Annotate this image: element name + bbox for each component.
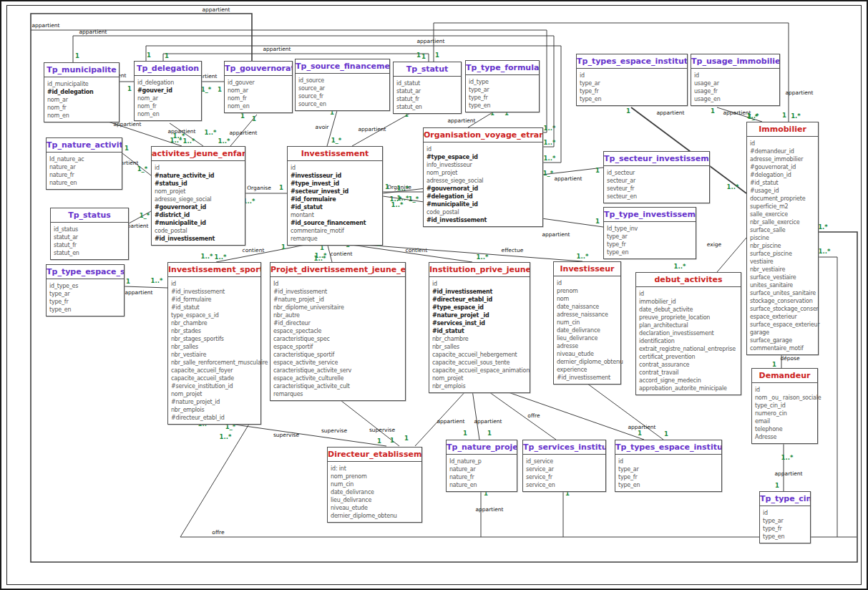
attribute: surface_unites_sanitaire xyxy=(750,289,816,297)
entity-tp-source-financement: Tp_source_financementid_sourcesource_ars… xyxy=(295,59,390,111)
attribute: superficie_m2 xyxy=(750,203,816,211)
entity-attributes: id#demandeur_idadresse_immobilier#gouver… xyxy=(747,137,818,354)
attribute: date_delivrance xyxy=(557,327,618,334)
attribute: unites_sanitaire xyxy=(750,281,816,289)
attribute: nom_en xyxy=(47,112,117,120)
attribute: nom xyxy=(557,295,618,303)
attribute: capacite_accueil_foyer xyxy=(171,367,258,374)
attribute: nom_en xyxy=(137,110,199,118)
attribute: #delegation_id xyxy=(426,193,540,200)
attribute: nature_en xyxy=(449,481,515,489)
attribute: sevteur_fr xyxy=(607,185,707,193)
attribute: #investisseur_id xyxy=(291,172,380,180)
attribute: nature_en xyxy=(49,179,120,187)
attribute: type_fr xyxy=(469,94,537,102)
attribute: statut_en xyxy=(54,249,126,257)
attribute: id_type_es xyxy=(49,282,122,290)
entity-tp-delegation: Tp_delegationid_delegation#gouver_idnom_… xyxy=(134,61,202,121)
attribute: caracteristique_activite_cult xyxy=(273,382,403,390)
attribute: #id_investissement xyxy=(432,288,527,296)
entity-tp-statut: Tp_statutid_statutstatut_arstatut_frstat… xyxy=(393,62,462,114)
attribute: type_ar xyxy=(469,86,537,94)
attribute: commentaire_motif xyxy=(750,344,816,352)
attribute: id xyxy=(291,164,380,172)
entity-attributes: Id_type_invtype_artype_frtype_en xyxy=(604,222,696,258)
attribute: identification xyxy=(639,337,738,345)
entity-tp-secteur-investissement: Tp_secteur_investissementid_secteursecte… xyxy=(603,151,710,203)
attribute: nbr_vestiaire xyxy=(171,351,258,359)
attribute: capacite_accueil_espace_animation xyxy=(432,367,527,374)
entity-title-tp-status: Tp_status xyxy=(51,208,128,223)
entity-title-tp-type-investissement: Tp_type_investissement xyxy=(604,208,696,222)
attribute: id: int xyxy=(331,465,419,473)
entity-attributes: id_typetype_artype_frtype_en xyxy=(466,75,539,112)
attribute: vestiaire xyxy=(750,258,816,266)
attribute: surface_vestiaire xyxy=(750,274,816,281)
entity-tp-nature-projet: Tp_nature_projetId_nature_pnature_arnatu… xyxy=(446,440,517,492)
attribute: salle_exercice xyxy=(750,211,816,218)
attribute: #demandeur_id xyxy=(750,148,816,155)
attribute: nbr_vestiaire xyxy=(750,266,816,274)
attribute: surface_espace_exterieur xyxy=(750,321,816,329)
attribute: commentaire_motif xyxy=(291,227,380,235)
entity-tables-layer: Tp_municipaliteid_municipalite#id_delega… xyxy=(1,1,868,590)
attribute: #id_investissement xyxy=(557,374,618,382)
attribute: #gouvernorat_id xyxy=(426,185,540,193)
attribute: nbr_stages_sportifs xyxy=(171,335,258,343)
attribute: garage xyxy=(750,329,816,337)
attribute: statut_fr xyxy=(396,95,459,103)
attribute: type_ar xyxy=(49,290,122,298)
attribute: plan_architectural xyxy=(639,321,738,329)
entity-title-tp-gouvernorat: Tp_gouvernorat xyxy=(225,62,292,76)
entity-title-tp-delegation: Tp_delegation xyxy=(135,62,201,76)
entity-title-tp-municipalite: Tp_municipalite xyxy=(44,63,119,77)
attribute: #id_delegation xyxy=(47,88,117,96)
entity-attributes: id#nature_activite_id#status_idnom_proje… xyxy=(152,161,245,245)
attribute: Id_type_inv xyxy=(607,225,693,233)
entity-attributes: idnom _ou_ raison_socialetype_cin_idnume… xyxy=(752,383,817,443)
attribute: surface_piscine xyxy=(750,250,816,258)
attribute: adresse xyxy=(557,342,618,350)
attribute: statut_ar xyxy=(396,87,459,95)
entity-title-tp-type-cin: Tp_type_cin xyxy=(760,492,810,506)
entity-attributes: Id#id_investissement#nature_projet _idnb… xyxy=(270,277,405,400)
attribute: id xyxy=(557,279,618,287)
attribute: nature_fr xyxy=(49,171,120,179)
attribute: capacite_accueil_hebergement xyxy=(432,351,527,359)
attribute: nom_ar xyxy=(137,95,199,102)
attribute: Id xyxy=(273,280,403,288)
entity-attributes: id_statusstatut_arstatut_frstatut_en xyxy=(51,223,128,259)
attribute: #id_statut xyxy=(291,203,380,211)
attribute: #municipalite_id xyxy=(426,200,540,208)
attribute: nbr_chambre xyxy=(432,335,527,343)
attribute: #district_id xyxy=(155,211,243,219)
attribute: #municipalite_id xyxy=(155,219,243,227)
attribute: adresse_naissance xyxy=(557,311,618,319)
attribute: espace_spectacle xyxy=(273,327,403,335)
attribute: id xyxy=(580,72,685,79)
attribute: #gouver_id xyxy=(137,87,199,95)
attribute: source_en xyxy=(298,100,387,108)
attribute: capacite_accueil_sous_tente xyxy=(432,359,527,367)
attribute: nbr_salle_renforcement_musculaire xyxy=(171,359,258,367)
attribute: nbr_emplois xyxy=(171,406,258,414)
attribute: id_type xyxy=(469,78,537,86)
attribute: nom_fr xyxy=(47,104,117,112)
attribute: nbr_salle_exercice xyxy=(750,218,816,226)
entity-activites-jeune-enfant: activites_jeune_enfantid#nature_activite… xyxy=(151,146,245,246)
attribute: #nature_projet _id xyxy=(432,311,527,319)
entity-attributes: id#id_investissement#id_formulaire#id_st… xyxy=(168,277,260,424)
attribute: id xyxy=(432,280,527,288)
attribute: certificat_prevention xyxy=(639,353,738,361)
entity-title-debut-activites: debut_activites xyxy=(636,273,741,287)
attribute: id_service xyxy=(526,458,603,465)
attribute: niveau_etude xyxy=(331,504,419,512)
attribute: #id_investissement xyxy=(155,235,243,243)
attribute: prenom xyxy=(557,287,618,295)
entity-title-activites-jeune-enfant: activites_jeune_enfant xyxy=(152,147,245,161)
attribute: nom_ar xyxy=(228,87,290,95)
attribute: #type_espace_id xyxy=(426,153,540,161)
entity-title-tp-statut: Tp_statut xyxy=(394,62,461,77)
attribute: type_en xyxy=(763,533,808,541)
attribute: id xyxy=(426,145,540,153)
